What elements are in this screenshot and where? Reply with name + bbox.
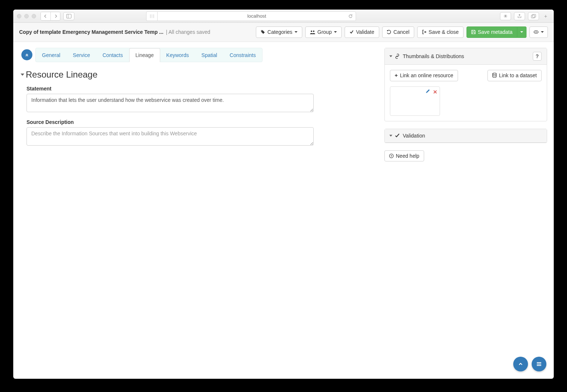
- edit-thumbnail-button[interactable]: [426, 89, 430, 93]
- validation-panel-header[interactable]: Validation: [385, 129, 547, 143]
- svg-rect-6: [532, 14, 536, 17]
- chevron-down-icon: [390, 55, 392, 57]
- svg-rect-2: [150, 14, 152, 18]
- panel-help-button[interactable]: ?: [533, 52, 542, 61]
- check-icon: [395, 133, 400, 138]
- scroll-to-top-fab[interactable]: [513, 357, 528, 371]
- downloads-button[interactable]: [500, 12, 511, 20]
- thumbnails-panel: Thumbnails & Distributions ? + Link an o…: [384, 48, 547, 121]
- undo-icon: [387, 30, 391, 34]
- validate-button[interactable]: Validate: [345, 26, 379, 38]
- cancel-button[interactable]: Cancel: [382, 26, 415, 38]
- tab-general[interactable]: General: [36, 48, 67, 62]
- thumbnails-panel-title: Thumbnails & Distributions: [403, 53, 464, 59]
- validation-panel-title: Validation: [403, 133, 425, 139]
- editor-tabs: General Service Contacts Lineage Keyword…: [35, 48, 263, 62]
- svg-point-7: [261, 31, 262, 31]
- reload-icon[interactable]: [348, 14, 353, 18]
- need-help-button[interactable]: ? Need help: [384, 150, 424, 162]
- back-button[interactable]: [41, 12, 50, 20]
- caret-down-icon: [520, 31, 523, 33]
- tabs-button[interactable]: [528, 12, 539, 20]
- svg-text:?: ?: [391, 154, 392, 158]
- chevron-down-icon: [21, 74, 24, 76]
- caret-down-icon: [295, 31, 297, 33]
- scroll-top-button[interactable]: [21, 49, 32, 60]
- minimize-window-icon[interactable]: [24, 14, 29, 18]
- users-icon: [310, 30, 315, 34]
- svg-point-9: [313, 31, 314, 32]
- caret-down-icon: [334, 31, 337, 33]
- tab-service[interactable]: Service: [67, 48, 96, 62]
- zoom-window-icon[interactable]: [32, 14, 36, 18]
- tag-icon: [261, 30, 265, 34]
- browser-toolbar: localhost +: [13, 10, 554, 23]
- tab-keywords[interactable]: Keywords: [160, 48, 195, 62]
- validation-panel: Validation: [384, 129, 547, 143]
- app-toolbar: Copy of template Emergency Management Se…: [13, 23, 554, 42]
- svg-point-10: [536, 32, 537, 33]
- address-text: localhost: [247, 13, 266, 19]
- save-metadata-dropdown[interactable]: [517, 26, 526, 38]
- thumbnail-card: ✕: [390, 86, 440, 116]
- database-icon: [492, 73, 497, 78]
- save-icon: [471, 30, 476, 34]
- link-online-resource-button[interactable]: + Link an online resource: [390, 70, 458, 81]
- source-description-label: Source Description: [27, 119, 376, 125]
- close-window-icon[interactable]: [17, 14, 21, 18]
- sidebar-toggle-button[interactable]: [63, 12, 74, 20]
- tab-contacts[interactable]: Contacts: [96, 48, 129, 62]
- eye-icon: [533, 30, 539, 34]
- address-bar[interactable]: localhost: [157, 11, 356, 21]
- new-tab-button[interactable]: +: [541, 13, 550, 19]
- categories-button[interactable]: Categories: [256, 26, 302, 38]
- view-mode-button[interactable]: [529, 26, 548, 38]
- svg-rect-5: [531, 15, 535, 18]
- section-heading[interactable]: Resource Lineage: [21, 70, 376, 80]
- forward-button[interactable]: [50, 12, 60, 20]
- menu-fab[interactable]: [532, 357, 546, 371]
- question-icon: ?: [389, 154, 394, 158]
- svg-point-11: [493, 73, 496, 75]
- tab-constraints[interactable]: Constraints: [223, 48, 262, 62]
- chevron-down-icon: [390, 135, 392, 136]
- svg-rect-3: [152, 14, 154, 18]
- signout-icon: [422, 30, 426, 34]
- plus-icon: +: [395, 72, 398, 79]
- link-dataset-button[interactable]: Link to a dataset: [487, 70, 542, 81]
- statement-label: Statement: [27, 86, 376, 92]
- statement-input[interactable]: [27, 94, 314, 112]
- check-icon: [349, 30, 354, 34]
- tab-spatial[interactable]: Spatial: [195, 48, 223, 62]
- caret-down-icon: [541, 31, 544, 33]
- save-metadata-button[interactable]: Save metadata: [466, 26, 517, 38]
- save-status: | All changes saved: [166, 29, 210, 35]
- delete-thumbnail-button[interactable]: ✕: [433, 89, 437, 95]
- reader-mode-button[interactable]: [146, 11, 157, 21]
- tab-lineage[interactable]: Lineage: [129, 48, 160, 62]
- svg-point-8: [311, 31, 312, 32]
- thumbnails-panel-header[interactable]: Thumbnails & Distributions ?: [385, 48, 547, 65]
- share-button[interactable]: [514, 12, 525, 20]
- group-button[interactable]: Group: [305, 26, 342, 38]
- save-close-button[interactable]: Save & close: [417, 26, 464, 38]
- source-description-input[interactable]: [27, 127, 314, 146]
- page-title: Copy of template Emergency Management Se…: [19, 29, 163, 35]
- window-controls[interactable]: [17, 14, 36, 18]
- link-icon: [395, 54, 400, 59]
- svg-rect-0: [67, 14, 71, 18]
